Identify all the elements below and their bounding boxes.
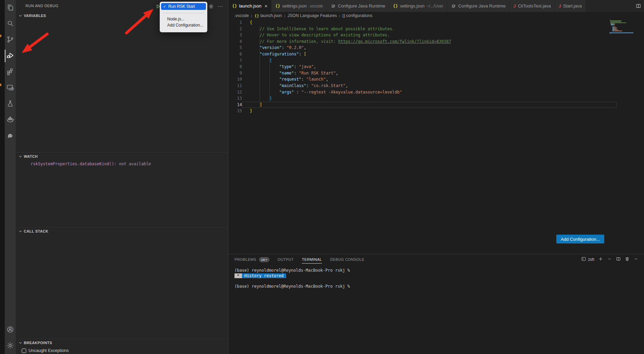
gear-icon: [6, 341, 14, 351]
json-braces-icon: {}: [275, 4, 280, 9]
panel-tab-terminal[interactable]: TERMINAL: [302, 254, 322, 265]
vscode-window: RUN AND DEBUG ··· VARIABLES WATCH rskSys…: [0, 0, 644, 354]
section-header-breakpoints[interactable]: BREAKPOINTS: [16, 339, 228, 347]
account-icon: [6, 325, 14, 335]
checkbox-unchecked[interactable]: [22, 349, 26, 353]
more-actions-icon[interactable]: ···: [217, 3, 224, 10]
tab-configure-java-runtime[interactable]: Configure Java Runtime: [327, 0, 389, 12]
code-line-5[interactable]: 5 "version": "0.2.0",: [228, 45, 644, 51]
activity-item-accounts[interactable]: [5, 322, 16, 338]
strip-mark: [0, 84, 1, 86]
chevron-up-icon: [633, 256, 639, 263]
section-header-watch[interactable]: WATCH: [16, 153, 228, 160]
line-number: 6: [228, 51, 242, 57]
activity-item-run-and-debug[interactable]: [5, 48, 16, 64]
section-title: VARIABLES: [24, 14, 46, 18]
code-line-13[interactable]: 13 }: [228, 95, 644, 102]
breadcrumb-item-launch-json[interactable]: {}launch.json: [255, 13, 282, 18]
breakpoint-label: Uncaught Exceptions: [29, 348, 69, 353]
tab-settings-json[interactable]: {}settings.json~/.../User: [389, 0, 448, 12]
split-editor-icon[interactable]: [632, 0, 644, 12]
split-icon: [616, 256, 621, 263]
java-runtime-cup-icon: [331, 3, 336, 9]
left-strip: [0, 0, 5, 354]
activity-item-remote-explorer[interactable]: [5, 80, 16, 96]
add-configuration-button[interactable]: Add Configuration...: [556, 235, 604, 243]
code-line-4[interactable]: 4 // For more information, visit: https:…: [228, 38, 644, 45]
tab-settings-json[interactable]: {}settings.json.vscode: [272, 0, 327, 12]
json-braces-icon: {}: [393, 4, 398, 9]
panel-tab-debug-console[interactable]: DEBUG CONSOLE: [330, 254, 364, 265]
tab-launch-json[interactable]: {}launch.json×: [228, 0, 272, 12]
kill-terminal-button[interactable]: [625, 256, 630, 263]
section-watch: WATCH rskSystemProperties.databaseKind()…: [16, 152, 228, 227]
panel-tab-problems[interactable]: PROBLEMS1K+: [234, 254, 269, 265]
activity-item-source-control[interactable]: [5, 32, 16, 48]
array-brackets-icon: [ ]: [343, 14, 345, 18]
breadcrumb-item-json-language-features[interactable]: JSON Language Features: [288, 13, 337, 18]
line-number: 15: [228, 108, 242, 114]
new-terminal-button[interactable]: [598, 256, 603, 263]
code-line-2[interactable]: 2 // Use IntelliSense to learn about pos…: [228, 26, 644, 32]
launch-profile-button[interactable]: [607, 256, 612, 263]
dropdown-item-add-configuration[interactable]: Add Configuration...: [161, 22, 206, 28]
activity-item-testing[interactable]: [5, 96, 16, 112]
dropdown-item-nodejs[interactable]: Node.js...: [161, 16, 206, 22]
code-line-7[interactable]: 7 {: [228, 57, 644, 64]
check-icon: ✓: [163, 4, 166, 9]
java-file-icon: J: [514, 3, 516, 9]
beaker-icon: [6, 99, 14, 109]
activity-item-manage[interactable]: [5, 338, 16, 354]
strip-mark: [0, 35, 1, 37]
tab-start-java[interactable]: JStart.java: [555, 0, 586, 12]
activity-item-gradle[interactable]: [5, 128, 16, 144]
editor[interactable]: 1{2 // Use IntelliSense to learn about p…: [228, 19, 644, 254]
terminal-line: * History restored: [234, 273, 644, 279]
tab-label: Configure Java Runtime: [458, 3, 505, 9]
split-terminal-button[interactable]: [616, 256, 621, 263]
tab-configure-java-runtime[interactable]: Configure Java Runtime: [447, 0, 509, 12]
section-header-call-stack[interactable]: CALL STACK: [16, 227, 228, 235]
code-line-14[interactable]: 14 ]: [228, 102, 644, 108]
gear-icon[interactable]: [208, 3, 214, 10]
plus-icon: [598, 256, 603, 263]
editor-group: {}launch.json×{}settings.json.vscodeConf…: [228, 0, 644, 354]
docker-whale-icon: [6, 115, 14, 125]
code-line-12[interactable]: 12 "args" : "--regtest -Xkeyvalue.dataso…: [228, 89, 644, 96]
dropdown-selected-label: Run RSK Start: [168, 4, 195, 9]
section-title: CALL STACK: [24, 229, 48, 233]
code-line-1[interactable]: 1{: [228, 19, 644, 26]
tab-clitoolstest-java[interactable]: JCliToolsTest.java: [510, 0, 555, 12]
line-number: 3: [228, 32, 242, 38]
code-line-10[interactable]: 10 "request": "launch",: [228, 76, 644, 83]
maximize-panel-button[interactable]: [633, 256, 639, 263]
code-line-15[interactable]: 15}: [228, 108, 644, 114]
close-icon[interactable]: ×: [264, 3, 267, 9]
activity-item-extensions[interactable]: [5, 64, 16, 80]
terminal[interactable]: (base) reynoldmorel@Reynolds-MacBook-Pro…: [228, 265, 644, 289]
breakpoint-row-uncaught-exceptions[interactable]: Uncaught Exceptions: [16, 347, 228, 353]
activity-item-search[interactable]: [5, 16, 16, 32]
minimap[interactable]: [610, 19, 633, 35]
files-icon: [6, 3, 14, 13]
panel-tab-output[interactable]: OUTPUT: [278, 254, 294, 265]
problems-badge: 1K+: [259, 257, 269, 262]
code-line-6[interactable]: 6 "configurations": [: [228, 51, 644, 57]
breadcrumb-item--vscode[interactable]: .vscode: [234, 13, 249, 18]
watch-expression-row[interactable]: rskSystemProperties.databaseKind(): not …: [16, 160, 228, 166]
chevron-down-icon: [18, 229, 23, 234]
code-line-8[interactable]: 8 "type": "java",: [228, 64, 644, 70]
code-line-9[interactable]: 9 "name": "Run RSK Start",: [228, 70, 644, 77]
code-line-3[interactable]: 3 // Hover to view descriptions of exist…: [228, 32, 644, 38]
trash-icon: [625, 256, 630, 263]
section-call-stack: CALL STACK: [16, 227, 228, 339]
code-line-11[interactable]: 11 "mainClass": "co.rsk.Start",: [228, 83, 644, 89]
breadcrumb-item-configurations[interactable]: [ ]configurations: [343, 13, 372, 18]
java-file-icon: J: [559, 3, 561, 9]
activity-item-docker[interactable]: [5, 112, 16, 128]
activity-item-explorer[interactable]: [5, 0, 16, 16]
terminal-shell[interactable]: zsh: [581, 256, 594, 263]
dropdown-item-selected[interactable]: ✓ Run RSK Start: [161, 3, 206, 10]
line-number: 9: [228, 70, 242, 77]
line-number: 10: [228, 76, 242, 83]
